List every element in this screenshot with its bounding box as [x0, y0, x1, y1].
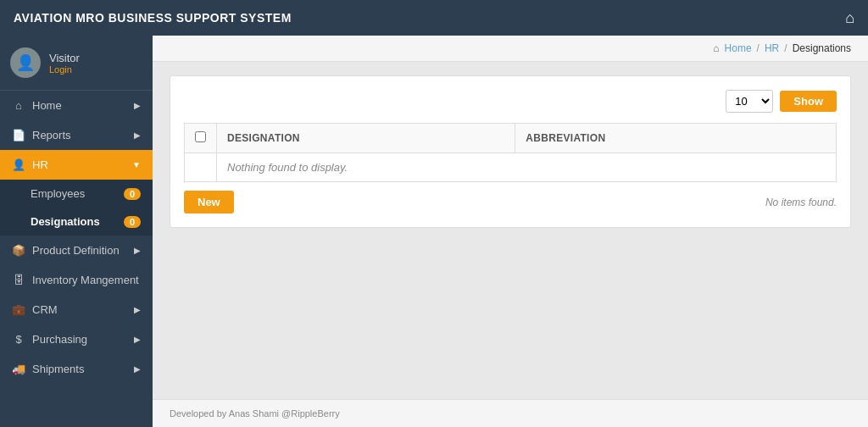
no-data-checkbox-cell	[185, 153, 217, 182]
breadcrumb-sep-1: /	[757, 42, 760, 54]
crm-icon: 💼	[12, 303, 25, 316]
no-data-row: Nothing found to display.	[185, 153, 837, 182]
reports-chevron-icon: ▶	[134, 130, 141, 140]
user-login[interactable]: Login	[49, 64, 80, 75]
avatar: 👤	[10, 47, 41, 78]
sidebar-item-product-definition[interactable]: 📦 Product Definition ▶	[0, 236, 153, 265]
new-button[interactable]: New	[184, 191, 234, 214]
sidebar: 👤 Visitor Login ⌂ Home ▶ 📄 Reports ▶	[0, 36, 153, 427]
user-info: Visitor Login	[49, 52, 80, 75]
no-data-message: Nothing found to display.	[217, 153, 837, 182]
app-title: AVIATION MRO BUSINESS SUPPORT SYSTEM	[14, 11, 292, 25]
bottom-row: New No items found.	[184, 191, 837, 214]
content-card: 10 25 50 100 Show DESIGNATION	[170, 75, 851, 228]
sidebar-item-purchasing[interactable]: $ Purchasing ▶	[0, 324, 153, 354]
per-page-select[interactable]: 10 25 50 100	[726, 90, 773, 113]
footer: Developed by Anas Shami @RippleBerry	[153, 399, 868, 427]
purchasing-icon: $	[12, 333, 25, 346]
sidebar-item-shipments[interactable]: 🚚 Shipments ▶	[0, 354, 153, 384]
main-layout: 👤 Visitor Login ⌂ Home ▶ 📄 Reports ▶	[0, 36, 868, 427]
sidebar-item-hr[interactable]: 👤 HR ▼	[0, 150, 153, 180]
sidebar-item-inventory[interactable]: 🗄 Inventory Mangement	[0, 265, 153, 295]
breadcrumb-home-link[interactable]: Home	[725, 42, 752, 54]
sidebar-product-def-label: Product Definition	[32, 244, 120, 257]
breadcrumb-current: Designations	[793, 42, 851, 54]
sidebar-item-crm[interactable]: 💼 CRM ▶	[0, 295, 153, 324]
inventory-icon: 🗄	[12, 274, 25, 286]
shipments-chevron-icon: ▶	[134, 364, 141, 374]
employees-badge: 0	[124, 188, 141, 200]
main-content: ⌂ Home / HR / Designations 10 25 50 100 …	[153, 36, 868, 427]
sidebar-subitem-designations[interactable]: Designations 0	[0, 208, 153, 236]
checkbox-header	[185, 124, 217, 153]
sidebar-subitem-employees[interactable]: Employees 0	[0, 180, 153, 208]
breadcrumb-hr-link[interactable]: HR	[765, 42, 779, 54]
top-navbar: AVIATION MRO BUSINESS SUPPORT SYSTEM ⌂	[0, 0, 868, 36]
shipments-icon: 🚚	[12, 363, 25, 375]
top-controls: 10 25 50 100 Show	[184, 90, 837, 113]
table-body: Nothing found to display.	[185, 153, 837, 182]
product-definition-chevron-icon: ▶	[134, 246, 141, 255]
user-name: Visitor	[49, 52, 80, 64]
sidebar-item-home[interactable]: ⌂ Home ▶	[0, 91, 153, 120]
designations-label: Designations	[31, 215, 100, 228]
select-all-checkbox[interactable]	[195, 131, 206, 142]
designations-badge: 0	[124, 216, 141, 228]
sidebar-home-label: Home	[32, 99, 62, 112]
hr-sidebar-icon: 👤	[12, 158, 25, 171]
sidebar-reports-label: Reports	[32, 129, 71, 141]
show-button[interactable]: Show	[780, 91, 837, 112]
table-header: DESIGNATION ABBREVIATION	[185, 124, 837, 153]
employees-label: Employees	[31, 187, 85, 200]
product-definition-icon: 📦	[12, 244, 25, 257]
hr-submenu: Employees 0 Designations 0	[0, 180, 153, 236]
designations-table: DESIGNATION ABBREVIATION Nothing found t…	[184, 123, 837, 182]
reports-sidebar-icon: 📄	[12, 129, 25, 141]
hr-chevron-icon: ▼	[132, 160, 141, 169]
purchasing-chevron-icon: ▶	[134, 335, 141, 344]
sidebar-crm-label: CRM	[32, 303, 58, 316]
home-icon[interactable]: ⌂	[845, 9, 854, 27]
designation-column-header: DESIGNATION	[217, 124, 515, 153]
breadcrumb-home-icon: ⌂	[713, 42, 719, 54]
footer-credit: Developed by Anas Shami @RippleBerry	[170, 408, 340, 419]
sidebar-hr-label: HR	[32, 158, 48, 171]
sidebar-shipments-label: Shipments	[32, 363, 84, 375]
sidebar-purchasing-label: Purchasing	[32, 333, 87, 346]
user-section: 👤 Visitor Login	[0, 36, 153, 91]
content-area: 10 25 50 100 Show DESIGNATION	[153, 62, 868, 399]
no-items-text: No items found.	[765, 197, 837, 208]
sidebar-item-reports[interactable]: 📄 Reports ▶	[0, 120, 153, 150]
home-chevron-icon: ▶	[134, 101, 141, 110]
breadcrumb: ⌂ Home / HR / Designations	[153, 36, 868, 62]
breadcrumb-sep-2: /	[784, 42, 787, 54]
home-sidebar-icon: ⌂	[12, 99, 25, 112]
crm-chevron-icon: ▶	[134, 305, 141, 314]
abbreviation-column-header: ABBREVIATION	[515, 124, 837, 153]
sidebar-inventory-label: Inventory Mangement	[32, 274, 139, 286]
